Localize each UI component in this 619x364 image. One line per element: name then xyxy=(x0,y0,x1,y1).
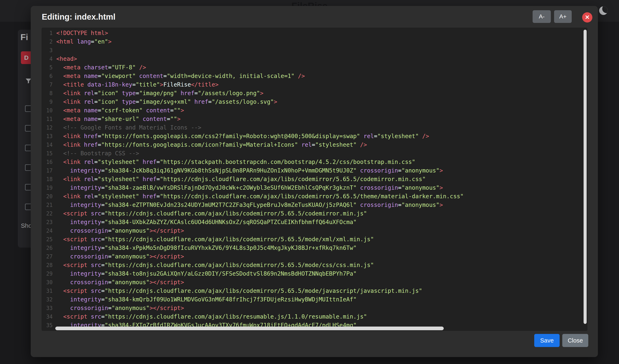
line-number: 9 xyxy=(42,98,55,106)
code-line[interactable]: 32 integrity="sha384-kmQrbJf09Uo1WRLMDVG… xyxy=(42,295,588,304)
line-number: 28 xyxy=(42,261,55,270)
code-line[interactable]: 10 <meta name="csrf-token" content=""> xyxy=(42,106,588,115)
code-line-text: <script src="https://cdnjs.cloudflare.co… xyxy=(55,312,367,321)
code-line-text: <link rel="stylesheet" href="https://cdn… xyxy=(55,192,464,201)
code-line-text: crossorigin="anonymous"></script> xyxy=(55,304,184,312)
code-line[interactable]: 31 <script src="https://cdnjs.cloudflare… xyxy=(42,287,588,295)
code-line[interactable]: 18 <link rel="stylesheet" href="https://… xyxy=(42,175,588,184)
code-line[interactable]: 4<head> xyxy=(42,55,588,63)
code-editor[interactable]: 1<!DOCTYPE html>2<html lang="en">34<head… xyxy=(42,28,588,331)
line-number: 12 xyxy=(42,123,55,132)
editor-modal: Editing: index.html A- A+ ✕ 1<!DOCTYPE h… xyxy=(31,6,598,357)
modal-title: Editing: index.html xyxy=(42,6,115,28)
code-line-text: <meta name="viewport" content="width=dev… xyxy=(55,72,305,81)
line-number: 22 xyxy=(42,209,55,218)
code-line-text: <link rel="stylesheet" href="https://cdn… xyxy=(55,175,426,184)
code-line[interactable]: 27 crossorigin="anonymous"></script> xyxy=(42,252,588,261)
line-number: 1 xyxy=(42,29,55,38)
code-line-text: <!-- Bootstrap CSS --> xyxy=(55,149,139,158)
code-line[interactable]: 33 crossorigin="anonymous"></script> xyxy=(42,304,588,312)
line-number: 25 xyxy=(42,235,55,244)
code-line-text: <link rel="stylesheet" href="https://sta… xyxy=(55,158,415,166)
line-number: 32 xyxy=(42,295,55,304)
code-line-text: <link rel="icon" type="image/svg+xml" hr… xyxy=(55,98,277,106)
line-number: 11 xyxy=(42,115,55,123)
code-line-text: integrity="sha384-eZTPTN0EvJdn23s24UDYJm… xyxy=(55,201,443,209)
font-increase-button[interactable]: A+ xyxy=(554,10,572,23)
line-number: 10 xyxy=(42,106,55,115)
code-line-text: <script src="https://cdnjs.cloudflare.co… xyxy=(55,287,422,295)
code-line-text: <script src="https://cdnjs.cloudflare.co… xyxy=(55,235,374,244)
code-line[interactable]: 15 <!-- Bootstrap CSS --> xyxy=(42,149,588,158)
modal-close-icon[interactable]: ✕ xyxy=(582,12,592,23)
line-number: 23 xyxy=(42,218,55,227)
save-button[interactable]: Save xyxy=(534,334,560,347)
code-line-text: <meta charset="UTF-8" /> xyxy=(55,63,146,72)
line-number: 5 xyxy=(42,63,55,72)
code-line[interactable]: 26 integrity="sha384-xPpkMo5nDgD98fIcuRV… xyxy=(42,244,588,252)
line-number: 7 xyxy=(42,81,55,89)
code-line-text: <meta name="csrf-token" content=""> xyxy=(55,106,184,115)
code-line[interactable]: 34 <script src="https://cdnjs.cloudflare… xyxy=(42,312,588,321)
code-line[interactable]: 22 <script src="https://cdnjs.cloudflare… xyxy=(42,209,588,218)
code-line-text: integrity="sha384-to8njsu2GAiXQnY/aLGzz0… xyxy=(55,270,357,278)
code-line[interactable]: 12 <!-- Google Fonts and Material Icons … xyxy=(42,123,588,132)
line-number: 26 xyxy=(42,244,55,252)
line-number: 6 xyxy=(42,72,55,81)
code-line[interactable]: 13 <link href="https://fonts.googleapis.… xyxy=(42,132,588,141)
code-line[interactable]: 7 <title data-i18n-key="title">FileRise<… xyxy=(42,81,588,89)
code-line-text: <link href="https://fonts.googleapis.com… xyxy=(55,132,429,141)
code-line[interactable]: 9 <link rel="icon" type="image/svg+xml" … xyxy=(42,98,588,106)
line-number: 20 xyxy=(42,192,55,201)
code-line[interactable]: 30 crossorigin="anonymous"></script> xyxy=(42,278,588,287)
line-number: 8 xyxy=(42,89,55,98)
code-line[interactable]: 6 <meta name="viewport" content="width=d… xyxy=(42,72,588,81)
line-number: 31 xyxy=(42,287,55,295)
code-line[interactable]: 1<!DOCTYPE html> xyxy=(42,29,588,38)
code-area: 1<!DOCTYPE html>2<html lang="en">34<head… xyxy=(42,29,588,330)
line-number: 2 xyxy=(42,38,55,46)
line-number: 24 xyxy=(42,227,55,235)
code-line[interactable]: 11 <meta name="share-url" content=""> xyxy=(42,115,588,123)
code-line-text: integrity="sha384-kmQrbJf09Uo1WRLMDVGoVG… xyxy=(55,295,357,304)
line-number: 34 xyxy=(42,312,55,321)
code-line[interactable]: 3 xyxy=(42,46,588,55)
line-number: 33 xyxy=(42,304,55,312)
line-number: 29 xyxy=(42,270,55,278)
code-line-text: crossorigin="anonymous"></script> xyxy=(55,227,184,235)
code-line[interactable]: 25 <script src="https://cdnjs.cloudflare… xyxy=(42,235,588,244)
code-line-text: <head> xyxy=(55,55,77,63)
font-decrease-button[interactable]: A- xyxy=(533,10,551,23)
code-line-text: <!-- Google Fonts and Material Icons --> xyxy=(55,123,201,132)
code-line[interactable]: 24 crossorigin="anonymous"></script> xyxy=(42,227,588,235)
code-line-text: <meta name="share-url" content=""> xyxy=(55,115,181,123)
code-line-text: <script src="https://cdnjs.cloudflare.co… xyxy=(55,261,374,270)
code-line-text: <html lang="en"> xyxy=(55,38,112,46)
code-line[interactable]: 20 <link rel="stylesheet" href="https://… xyxy=(42,192,588,201)
code-line[interactable]: 17 integrity="sha384-JcKb8q3iqJ61gNV9KGb… xyxy=(42,166,588,175)
vertical-scrollbar[interactable] xyxy=(584,30,587,324)
code-line[interactable]: 16 <link rel="stylesheet" href="https://… xyxy=(42,158,588,166)
line-number: 30 xyxy=(42,278,55,287)
code-line[interactable]: 23 integrity="sha384-UXbkZAbZYZ/KCAslc6U… xyxy=(42,218,588,227)
line-number: 19 xyxy=(42,184,55,192)
horizontal-scrollbar[interactable] xyxy=(55,326,444,330)
code-line[interactable]: 2<html lang="en"> xyxy=(42,38,588,46)
code-line[interactable]: 19 integrity="sha384-zaeBlB/vwYsDRSlFajn… xyxy=(42,184,588,192)
code-line[interactable]: 29 integrity="sha384-to8njsu2GAiXQnY/aLG… xyxy=(42,270,588,278)
code-line[interactable]: 28 <script src="https://cdnjs.cloudflare… xyxy=(42,261,588,270)
close-button[interactable]: Close xyxy=(562,334,588,347)
code-line-text xyxy=(55,46,56,55)
line-number: 16 xyxy=(42,158,55,166)
line-number: 17 xyxy=(42,166,55,175)
code-line-text: integrity="sha384-zaeBlB/vwYsDRSlFajnDd7… xyxy=(55,184,443,192)
code-line-text: <!DOCTYPE html> xyxy=(55,29,108,38)
code-line-text: <title data-i18n-key="title">FileRise</t… xyxy=(55,81,218,89)
code-line-text: <link rel="icon" type="image/png" href="… xyxy=(55,89,264,98)
code-line[interactable]: 8 <link rel="icon" type="image/png" href… xyxy=(42,89,588,98)
code-line[interactable]: 5 <meta charset="UTF-8" /> xyxy=(42,63,588,72)
code-line-text: <script src="https://cdnjs.cloudflare.co… xyxy=(55,209,367,218)
code-line[interactable]: 21 integrity="sha384-eZTPTN0EvJdn23s24UD… xyxy=(42,201,588,209)
code-line-text: integrity="sha384-JcKb8q3iqJ61gNV9KGb8th… xyxy=(55,166,443,175)
code-line[interactable]: 14 <link href="https://fonts.googleapis.… xyxy=(42,141,588,149)
